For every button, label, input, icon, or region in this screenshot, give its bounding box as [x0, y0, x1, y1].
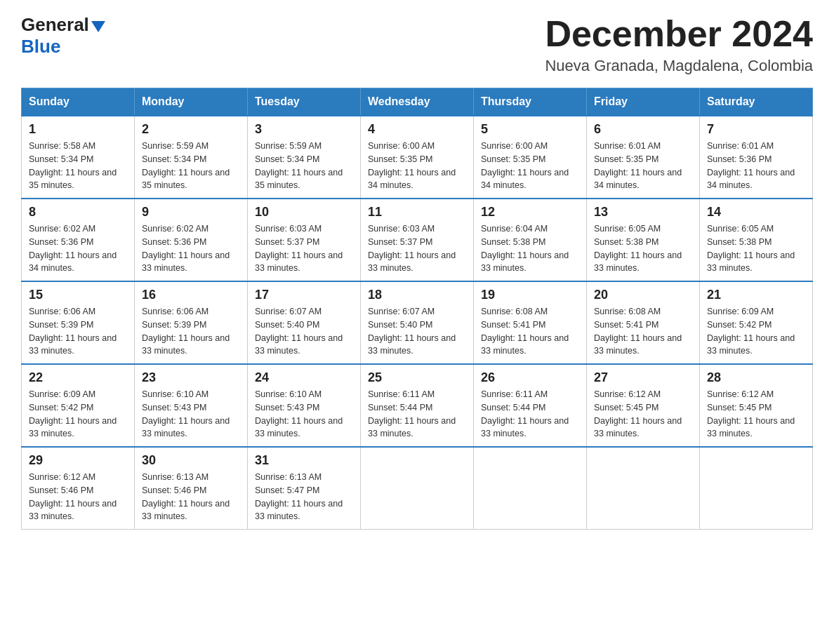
day-info: Sunrise: 6:11 AMSunset: 5:44 PMDaylight:… — [368, 388, 466, 441]
day-number: 21 — [707, 288, 805, 302]
day-info: Sunrise: 6:05 AMSunset: 5:38 PMDaylight:… — [707, 222, 805, 275]
day-number: 30 — [142, 453, 240, 468]
day-info: Sunrise: 6:06 AMSunset: 5:39 PMDaylight:… — [142, 305, 240, 358]
day-info: Sunrise: 5:59 AMSunset: 5:34 PMDaylight:… — [255, 140, 353, 192]
day-number: 15 — [29, 288, 127, 302]
calendar-cell: 8Sunrise: 6:02 AMSunset: 5:36 PMDaylight… — [22, 199, 135, 281]
calendar-cell — [474, 447, 587, 530]
day-info: Sunrise: 6:10 AMSunset: 5:43 PMDaylight:… — [142, 388, 240, 441]
day-info: Sunrise: 6:05 AMSunset: 5:38 PMDaylight:… — [594, 222, 692, 275]
day-number: 14 — [707, 205, 805, 220]
day-number: 16 — [142, 288, 240, 302]
day-number: 27 — [594, 370, 692, 385]
logo-triangle-icon — [91, 21, 105, 32]
logo: General Blue — [21, 14, 105, 58]
calendar-cell: 2Sunrise: 5:59 AMSunset: 5:34 PMDaylight… — [135, 116, 248, 199]
day-info: Sunrise: 6:03 AMSunset: 5:37 PMDaylight:… — [255, 222, 353, 275]
calendar-cell: 20Sunrise: 6:08 AMSunset: 5:41 PMDayligh… — [587, 281, 700, 364]
week-row-4: 22Sunrise: 6:09 AMSunset: 5:42 PMDayligh… — [22, 364, 813, 447]
day-info: Sunrise: 6:09 AMSunset: 5:42 PMDaylight:… — [29, 388, 127, 441]
day-info: Sunrise: 6:12 AMSunset: 5:46 PMDaylight:… — [29, 471, 127, 523]
day-info: Sunrise: 6:07 AMSunset: 5:40 PMDaylight:… — [255, 305, 353, 358]
day-info: Sunrise: 6:02 AMSunset: 5:36 PMDaylight:… — [29, 222, 127, 275]
day-info: Sunrise: 6:02 AMSunset: 5:36 PMDaylight:… — [142, 222, 240, 275]
day-number: 1 — [29, 122, 127, 137]
day-info: Sunrise: 6:00 AMSunset: 5:35 PMDaylight:… — [481, 140, 579, 192]
logo-blue-part — [89, 18, 105, 32]
day-info: Sunrise: 6:13 AMSunset: 5:46 PMDaylight:… — [142, 471, 240, 523]
calendar-cell — [700, 447, 813, 530]
calendar-cell: 9Sunrise: 6:02 AMSunset: 5:36 PMDaylight… — [135, 199, 248, 281]
calendar-cell: 21Sunrise: 6:09 AMSunset: 5:42 PMDayligh… — [700, 281, 813, 364]
day-info: Sunrise: 6:04 AMSunset: 5:38 PMDaylight:… — [481, 222, 579, 275]
calendar-cell: 16Sunrise: 6:06 AMSunset: 5:39 PMDayligh… — [135, 281, 248, 364]
column-header-tuesday: Tuesday — [248, 88, 361, 116]
day-number: 9 — [142, 205, 240, 220]
calendar-cell: 15Sunrise: 6:06 AMSunset: 5:39 PMDayligh… — [22, 281, 135, 364]
calendar-cell: 17Sunrise: 6:07 AMSunset: 5:40 PMDayligh… — [248, 281, 361, 364]
column-header-friday: Friday — [587, 88, 700, 116]
day-info: Sunrise: 6:03 AMSunset: 5:37 PMDaylight:… — [368, 222, 466, 275]
day-number: 10 — [255, 205, 353, 220]
column-header-thursday: Thursday — [474, 88, 587, 116]
logo-blue-text: Blue — [21, 36, 60, 58]
calendar-cell: 5Sunrise: 6:00 AMSunset: 5:35 PMDaylight… — [474, 116, 587, 199]
logo-general-text: General — [21, 14, 89, 36]
day-number: 29 — [29, 453, 127, 468]
day-info: Sunrise: 6:08 AMSunset: 5:41 PMDaylight:… — [594, 305, 692, 358]
calendar-cell: 26Sunrise: 6:11 AMSunset: 5:44 PMDayligh… — [474, 364, 587, 447]
calendar-cell: 28Sunrise: 6:12 AMSunset: 5:45 PMDayligh… — [700, 364, 813, 447]
day-number: 18 — [368, 288, 466, 302]
day-number: 7 — [707, 122, 805, 137]
calendar-cell: 14Sunrise: 6:05 AMSunset: 5:38 PMDayligh… — [700, 199, 813, 281]
day-info: Sunrise: 6:09 AMSunset: 5:42 PMDaylight:… — [707, 305, 805, 358]
calendar-cell — [587, 447, 700, 530]
day-info: Sunrise: 6:12 AMSunset: 5:45 PMDaylight:… — [707, 388, 805, 441]
day-number: 17 — [255, 288, 353, 302]
day-info: Sunrise: 6:01 AMSunset: 5:35 PMDaylight:… — [594, 140, 692, 192]
calendar-cell: 22Sunrise: 6:09 AMSunset: 5:42 PMDayligh… — [22, 364, 135, 447]
column-header-sunday: Sunday — [22, 88, 135, 116]
day-info: Sunrise: 6:10 AMSunset: 5:43 PMDaylight:… — [255, 388, 353, 441]
calendar-cell — [361, 447, 474, 530]
header-row: SundayMondayTuesdayWednesdayThursdayFrid… — [22, 88, 813, 116]
calendar-cell: 12Sunrise: 6:04 AMSunset: 5:38 PMDayligh… — [474, 199, 587, 281]
calendar-table: SundayMondayTuesdayWednesdayThursdayFrid… — [21, 88, 813, 530]
title-area: December 2024 Nueva Granada, Magdalena, … — [545, 14, 813, 75]
day-number: 4 — [368, 122, 466, 137]
day-number: 5 — [481, 122, 579, 137]
calendar-cell: 31Sunrise: 6:13 AMSunset: 5:47 PMDayligh… — [248, 447, 361, 530]
calendar-cell: 30Sunrise: 6:13 AMSunset: 5:46 PMDayligh… — [135, 447, 248, 530]
day-info: Sunrise: 6:13 AMSunset: 5:47 PMDaylight:… — [255, 471, 353, 523]
day-number: 24 — [255, 370, 353, 385]
week-row-1: 1Sunrise: 5:58 AMSunset: 5:34 PMDaylight… — [22, 116, 813, 199]
day-info: Sunrise: 6:08 AMSunset: 5:41 PMDaylight:… — [481, 305, 579, 358]
calendar-cell: 23Sunrise: 6:10 AMSunset: 5:43 PMDayligh… — [135, 364, 248, 447]
calendar-cell: 25Sunrise: 6:11 AMSunset: 5:44 PMDayligh… — [361, 364, 474, 447]
calendar-cell: 7Sunrise: 6:01 AMSunset: 5:36 PMDaylight… — [700, 116, 813, 199]
calendar-cell: 18Sunrise: 6:07 AMSunset: 5:40 PMDayligh… — [361, 281, 474, 364]
calendar-cell: 13Sunrise: 6:05 AMSunset: 5:38 PMDayligh… — [587, 199, 700, 281]
day-number: 11 — [368, 205, 466, 220]
calendar-cell: 1Sunrise: 5:58 AMSunset: 5:34 PMDaylight… — [22, 116, 135, 199]
calendar-cell: 11Sunrise: 6:03 AMSunset: 5:37 PMDayligh… — [361, 199, 474, 281]
column-header-monday: Monday — [135, 88, 248, 116]
week-row-5: 29Sunrise: 6:12 AMSunset: 5:46 PMDayligh… — [22, 447, 813, 530]
subtitle: Nueva Granada, Magdalena, Colombia — [545, 57, 813, 75]
day-number: 3 — [255, 122, 353, 137]
day-number: 13 — [594, 205, 692, 220]
day-info: Sunrise: 6:01 AMSunset: 5:36 PMDaylight:… — [707, 140, 805, 192]
week-row-3: 15Sunrise: 6:06 AMSunset: 5:39 PMDayligh… — [22, 281, 813, 364]
page-title: December 2024 — [545, 14, 813, 54]
calendar-cell: 3Sunrise: 5:59 AMSunset: 5:34 PMDaylight… — [248, 116, 361, 199]
header: General Blue December 2024 Nueva Granada… — [21, 14, 813, 75]
day-number: 23 — [142, 370, 240, 385]
column-header-saturday: Saturday — [700, 88, 813, 116]
calendar-cell: 4Sunrise: 6:00 AMSunset: 5:35 PMDaylight… — [361, 116, 474, 199]
calendar-cell: 19Sunrise: 6:08 AMSunset: 5:41 PMDayligh… — [474, 281, 587, 364]
day-number: 22 — [29, 370, 127, 385]
calendar-cell: 6Sunrise: 6:01 AMSunset: 5:35 PMDaylight… — [587, 116, 700, 199]
day-number: 26 — [481, 370, 579, 385]
day-number: 8 — [29, 205, 127, 220]
calendar-cell: 27Sunrise: 6:12 AMSunset: 5:45 PMDayligh… — [587, 364, 700, 447]
